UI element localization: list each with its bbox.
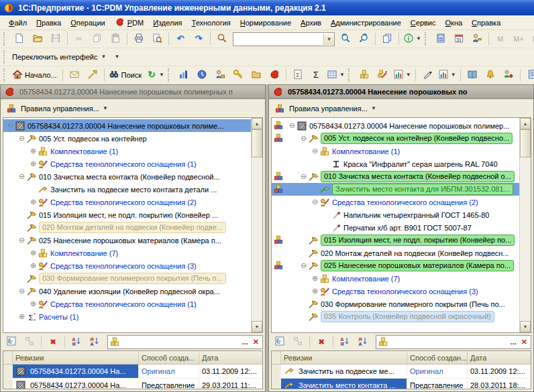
info-button[interactable]: i▼: [402, 31, 423, 46]
memory-mplus-button[interactable]: M+: [510, 31, 527, 46]
memory-mminus-button[interactable]: M-: [528, 31, 534, 46]
tree-row[interactable]: ⊕Средства технологического оснащения (3): [3, 259, 251, 272]
revision-name-cell[interactable]: 05758434.01273.00004 На...: [13, 365, 139, 378]
technology-button[interactable]: [419, 68, 436, 82]
switch-interface-button[interactable]: Переключить интерфейс ▼: [11, 50, 107, 64]
new-document-button[interactable]: [11, 31, 28, 46]
tree-toggle-plus-icon[interactable]: ⊕: [29, 159, 38, 168]
tree-row[interactable]: ⊕Комплектование (7): [272, 272, 519, 285]
sort-asc-button[interactable]: АЯ: [336, 334, 354, 349]
date-cell[interactable]: 03.11.2009 12:...: [199, 365, 262, 378]
tree-toggle-minus-icon[interactable]: ⊖: [17, 287, 26, 296]
calculator-button[interactable]: [432, 31, 449, 46]
scroll-up-button[interactable]: ▲: [520, 118, 531, 129]
quick-search-input[interactable]: ▼: [233, 32, 335, 46]
menu-item-pdm[interactable]: PDM: [110, 15, 148, 30]
tree-toggle-minus-icon[interactable]: ⊖: [299, 261, 308, 270]
menu-item-окна[interactable]: Окна: [441, 17, 468, 28]
tree-row[interactable]: ⊕Средства технологического оснащения (1): [3, 157, 251, 170]
tree-mode-button[interactable]: [271, 334, 288, 349]
filter-field[interactable]: ...✕: [107, 335, 263, 349]
tree-row[interactable]: 035 Контроль (Конвейер подвесной окрасоч…: [272, 310, 519, 323]
creation-method-cell[interactable]: Представление: [139, 379, 199, 389]
sort-desc-button[interactable]: ЯА: [354, 334, 372, 349]
quick-launch-button[interactable]: [84, 68, 101, 82]
move-item-button[interactable]: [21, 334, 38, 349]
tree-toggle-plus-icon[interactable]: ⊕: [311, 287, 319, 296]
menu-item-файл[interactable]: Файл: [4, 17, 32, 28]
rules-management-button[interactable]: Правила управления...▼: [273, 101, 378, 116]
edit-structure-button[interactable]: [374, 68, 391, 82]
tree-scrollbar[interactable]: ▲▼: [519, 118, 531, 332]
check-access-button[interactable]: [229, 68, 247, 82]
tree-row[interactable]: ⊖025 Нанесение порошковых материалов (Ка…: [272, 259, 519, 272]
tree-row[interactable]: ⊖010 Зачистка места контакта (Конвейер п…: [272, 170, 519, 183]
column-header[interactable]: Дата: [199, 351, 262, 364]
menu-item-администрирование[interactable]: Администрирование: [326, 17, 406, 28]
delete-button[interactable]: ✖: [313, 334, 330, 349]
tree-row[interactable]: Зачистить место контакта для ИБПМ.301532…: [272, 183, 519, 196]
print-preview-button[interactable]: [148, 31, 166, 46]
menu-item-правка[interactable]: Правка: [32, 17, 66, 28]
tree-row[interactable]: 020 Монтаж деталей на подвески (Конвейер…: [272, 247, 519, 259]
open-button[interactable]: [29, 31, 46, 46]
tree-row[interactable]: ⊖010 Зачистка места контакта (Конвейер п…: [3, 170, 251, 183]
filter-clear-button[interactable]: ✕: [519, 338, 529, 346]
scroll-thumb[interactable]: [252, 129, 262, 157]
column-header[interactable]: Ревизии: [13, 351, 139, 364]
table-row[interactable]: 05758434.01273.00004 На...Оригинал03.11.…: [3, 365, 262, 379]
tree-row[interactable]: ⊕Средства технологического оснащения (3): [272, 285, 519, 298]
filter-field[interactable]: ...✕: [376, 335, 531, 349]
tree-row[interactable]: 030 Формирование полимерного покрытия (П…: [3, 272, 251, 285]
forward-button[interactable]: ↷: [190, 31, 207, 46]
tree-row[interactable]: ⊖040 Удаление изоляции (Конвейер подвесн…: [3, 285, 251, 298]
filter-input[interactable]: [123, 337, 239, 346]
tree-toggle-minus-icon[interactable]: ⊖: [6, 121, 15, 130]
tree-toggle-minus-icon[interactable]: ⊖: [311, 147, 319, 155]
tree-row[interactable]: 015 Изоляция мест, не подл. покрытию (Ко…: [3, 208, 251, 221]
tree-row[interactable]: ⊕Комплектование (1): [3, 145, 251, 157]
tree-row[interactable]: ⊖05758434.01273.00004 Нанесение порошков…: [272, 119, 519, 132]
delete-button[interactable]: ✖: [44, 334, 62, 349]
refresh-button[interactable]: ↻▼: [145, 68, 166, 82]
tree-toggle-plus-icon[interactable]: ⊕: [311, 274, 319, 283]
menu-item-нормирование[interactable]: Нормирование: [235, 17, 296, 28]
tree-row[interactable]: 030 Формирование полимерного покрытия (П…: [272, 298, 519, 310]
quick-search-input[interactable]: [233, 34, 323, 44]
filter-more-button[interactable]: ...: [509, 338, 518, 346]
tree-toggle-plus-icon[interactable]: ⊕: [29, 198, 38, 206]
tree-row[interactable]: ⊖005 Уст. подвесок на контейнер (Конвейе…: [272, 132, 519, 145]
tree-toggle-plus-icon[interactable]: ⊕: [29, 300, 38, 308]
notifications-button[interactable]: [482, 68, 499, 82]
archive-button[interactable]: [248, 68, 265, 82]
scroll-up-button[interactable]: ▲: [252, 118, 262, 129]
menu-item-архив[interactable]: Архив: [296, 17, 326, 28]
save-button[interactable]: [47, 31, 64, 46]
revision-name-cell[interactable]: Зачистить на подвеске ме...: [281, 365, 407, 378]
creation-method-cell[interactable]: Оригинал: [407, 365, 468, 378]
creation-method-cell[interactable]: Представление: [407, 379, 468, 389]
tree-row[interactable]: ⊕ΣРасчеты (1): [3, 310, 251, 323]
copy-button[interactable]: [89, 31, 106, 46]
tree-toggle-plus-icon[interactable]: ⊕: [29, 147, 38, 155]
tree-toggle-plus-icon[interactable]: ⊕: [17, 312, 26, 321]
tech-report-button[interactable]: ▼: [437, 68, 458, 82]
tree-toggle-plus-icon[interactable]: ⊕: [29, 261, 38, 270]
tree-row[interactable]: ⊖Средства технологического оснащения (2): [272, 196, 519, 208]
tree-toggle-minus-icon[interactable]: ⊖: [288, 121, 297, 130]
table-view-button[interactable]: ▼: [325, 68, 346, 82]
memory-m-button[interactable]: M: [492, 31, 509, 46]
tree-toggle-minus-icon[interactable]: ⊖: [299, 134, 308, 143]
handbook-button[interactable]: [464, 68, 481, 82]
tree-row[interactable]: ⊕Средства технологического оснащения (1): [3, 298, 251, 310]
scroll-thumb[interactable]: [520, 129, 531, 157]
specification-button[interactable]: Σ: [289, 68, 307, 82]
date-cell[interactable]: 29.03.2011 11:...: [199, 379, 262, 389]
tree-row[interactable]: ⊖005 Уст. подвесок на контейнер: [3, 132, 251, 145]
user-settings-button[interactable]: [468, 31, 486, 46]
tree-row[interactable]: ⊖Комплектование (1): [272, 145, 519, 157]
menu-item-технология[interactable]: Технология: [187, 17, 235, 28]
sort-asc-button[interactable]: АЯ: [68, 334, 85, 349]
tree-row[interactable]: 015 Изоляция мест, не подл. покрытию (Ко…: [272, 234, 519, 247]
table-row[interactable]: Зачистить место контакта ...Представлени…: [272, 379, 531, 389]
